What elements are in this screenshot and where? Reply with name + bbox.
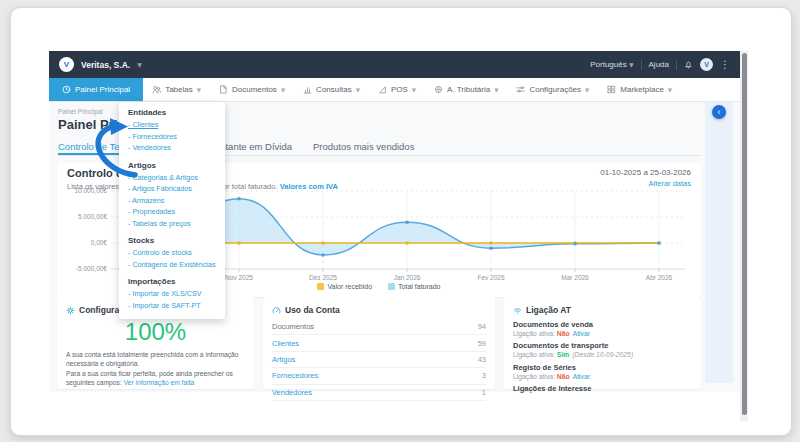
dropdown-item-importar-de-saft-pt[interactable]: - Importar de SAFT-PT — [128, 300, 216, 312]
usage-row: Clientes59 — [272, 335, 486, 351]
nav-item-label: Painel Principal — [75, 85, 130, 94]
nav-item-marketplace[interactable]: Marketplace▼ — [598, 78, 681, 101]
usage-value: 1 — [482, 388, 486, 397]
at-entry-name: Documentos de venda — [513, 320, 692, 329]
card-title: Uso da Conta — [285, 305, 340, 315]
legend-item: Valor recebido — [317, 283, 372, 290]
usage-value: 59 — [478, 339, 486, 348]
at-status-line: Ligação ativa: Sim(Desde 10-09-2025) — [513, 351, 692, 358]
scrollbar-track[interactable] — [740, 51, 748, 421]
nav-item-pos[interactable]: POS▼ — [369, 78, 425, 101]
missing-info-link[interactable]: Ver informação em falta — [124, 379, 195, 386]
legend-swatch — [388, 283, 395, 290]
topbar-company-menu[interactable]: V Veritas, S.A. ▼ — [59, 57, 142, 72]
nav-item-a-tribut-ria[interactable]: A. Tributária▼ — [425, 78, 507, 101]
sliders-icon — [516, 85, 525, 94]
at-connection-card: Ligação AT Documentos de vendaLigação at… — [504, 297, 701, 389]
kebab-menu-icon[interactable]: ⋮ — [720, 59, 730, 70]
chevron-down-icon: ▼ — [629, 61, 634, 68]
at-activate-link[interactable]: Ativar — [573, 373, 590, 380]
company-name: Veritas, S.A. — [81, 60, 130, 70]
usage-label[interactable]: Clientes — [272, 339, 299, 348]
chevron-down-icon: ▼ — [197, 87, 201, 93]
topbar: V Veritas, S.A. ▼ Português ▼ Ajuda V ⋮ — [49, 51, 740, 78]
usage-label[interactable]: Artigos — [272, 355, 295, 364]
usage-value: 3 — [482, 371, 486, 380]
legend-item: Total faturado — [388, 283, 440, 290]
at-status-label: Ligação ativa: — [513, 351, 557, 358]
divider — [676, 60, 677, 70]
at-status-value: Não — [557, 373, 570, 380]
date-range: 01-10-2025 a 25-03-2026 — [600, 168, 691, 177]
account-usage-card: Uso da Conta Documentos94Clientes59Artig… — [263, 297, 495, 389]
usage-row: Vendedores1 — [272, 385, 486, 401]
tab-produtos-mais-vendidos[interactable]: Produtos mais vendidos — [313, 141, 414, 155]
chevron-down-icon: ▼ — [137, 61, 142, 68]
svg-text:Abr 2026: Abr 2026 — [646, 274, 673, 281]
svg-text:Mar 2026: Mar 2026 — [561, 274, 589, 281]
nav-item-configura-es[interactable]: Configurações▼ — [507, 78, 598, 101]
dropdown-section-title: Stocks — [128, 236, 216, 245]
help-link[interactable]: Ajuda — [649, 60, 669, 69]
chevron-down-icon: ▼ — [281, 87, 285, 93]
chevron-down-icon: ▼ — [585, 87, 589, 93]
legend-label: Valor recebido — [327, 283, 372, 290]
company-logo: V — [59, 57, 74, 72]
collapse-panel-button[interactable]: ‹ — [712, 105, 726, 119]
chevron-down-icon: ▼ — [412, 87, 416, 93]
nav-item-tabelas[interactable]: Tabelas▼ — [143, 78, 210, 101]
chevron-down-icon: ▼ — [668, 87, 672, 93]
nav-item-label: POS — [391, 85, 408, 94]
usage-row: Artigos43 — [272, 352, 486, 368]
usage-label[interactable]: Fornecedores — [272, 371, 318, 380]
dropdown-item-importar-de-xls-csv[interactable]: - Importar de XLS/CSV — [128, 288, 216, 300]
clock-icon — [62, 85, 71, 94]
chevron-down-icon: ▼ — [494, 87, 498, 93]
badge-icon — [434, 85, 443, 94]
legend-swatch — [317, 283, 324, 290]
config-description: A sua conta está totalmente preenchida c… — [66, 350, 245, 387]
at-status-label: Ligação ativa: — [513, 330, 557, 337]
language-selector[interactable]: Português ▼ — [590, 60, 633, 69]
at-entry-name: Documentos de transporte — [513, 341, 692, 350]
completion-percent: 100% — [66, 318, 245, 346]
dropdown-item-tabelas-de-pre-os[interactable]: - Tabelas de preços — [128, 218, 216, 230]
at-status-line: Ligação ativa: NãoAtivar — [513, 373, 692, 380]
legend-label: Total faturado — [398, 283, 440, 290]
svg-text:Fev 2026: Fev 2026 — [477, 274, 504, 281]
at-status-value: Sim — [557, 351, 569, 358]
pos-triangle-icon — [378, 85, 387, 94]
nav-item-painel-principal[interactable]: Painel Principal — [49, 78, 143, 101]
nav-item-documentos[interactable]: Documentos▼ — [210, 78, 294, 101]
at-activate-link[interactable]: Ativar — [573, 330, 590, 337]
user-avatar[interactable]: V — [700, 58, 713, 71]
wifi-icon — [513, 306, 522, 315]
at-status-value: Não — [557, 330, 570, 337]
usage-label[interactable]: Vendedores — [272, 388, 312, 397]
scrollbar-thumb[interactable] — [742, 53, 747, 415]
nav-item-consultas[interactable]: Consultas▼ — [294, 78, 369, 101]
nav-item-label: Consultas — [316, 85, 352, 94]
at-status-line: Ligação ativa: NãoAtivar — [513, 330, 692, 337]
nav-item-label: Marketplace — [620, 85, 664, 94]
nav-item-label: Documentos — [232, 85, 277, 94]
dropdown-item-controlo-de-stocks[interactable]: - Controlo de stocks — [128, 247, 216, 259]
dropdown-item-propriedades[interactable]: - Propriedades — [128, 206, 216, 218]
svg-text:Dez 2025: Dez 2025 — [309, 274, 337, 281]
users-icon — [152, 85, 161, 94]
chevron-down-icon: ▼ — [356, 87, 360, 93]
notifications-bell-icon[interactable] — [684, 60, 693, 69]
dropdown-item-contagens-de-exist-ncias[interactable]: - Contagens de Existências — [128, 259, 216, 271]
dropdown-section-title: Importações — [128, 277, 216, 286]
nav-item-label: Configurações — [529, 85, 581, 94]
bar-chart-icon — [303, 85, 312, 94]
at-status-note: (Desde 10-09-2025) — [572, 351, 633, 358]
at-status-label: Ligação ativa: — [513, 373, 557, 380]
svg-text:0,00€: 0,00€ — [91, 239, 108, 246]
usage-value: 43 — [478, 355, 486, 364]
at-entry-name: Registo de Séries — [513, 363, 692, 372]
topbar-actions: Português ▼ Ajuda V ⋮ — [590, 58, 730, 71]
grid-icon — [607, 85, 616, 94]
dropdown-item-armaz-ns[interactable]: - Armazéns — [128, 195, 216, 207]
svg-text:5.000,00€: 5.000,00€ — [78, 213, 107, 220]
